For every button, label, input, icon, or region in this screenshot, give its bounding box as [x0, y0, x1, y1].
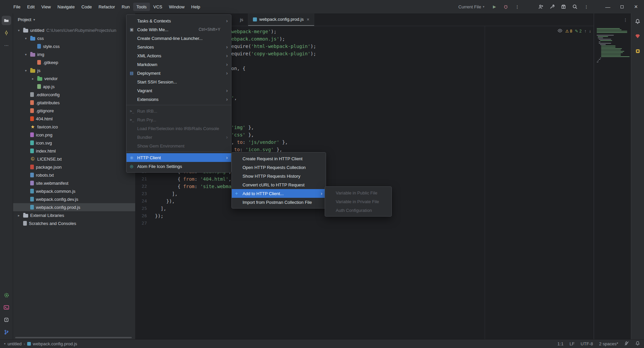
more-tools-icon[interactable]: ⋯ — [2, 41, 11, 50]
menu-item-atom-file-icon-settings[interactable]: ◎Atom File Icon Settings — [126, 162, 231, 171]
tree-item-app-js[interactable]: app.js — [13, 82, 135, 91]
tree-item-vendor[interactable]: ▸vendor — [13, 74, 135, 82]
wrench-icon[interactable] — [549, 3, 555, 10]
editor-tab-active[interactable]: webpack.config.prod.js × — [248, 13, 314, 26]
maximize-button[interactable] — [617, 2, 627, 11]
menubar-item-vcs[interactable]: VCS — [150, 3, 166, 11]
menu-item-create-command-line-launcher[interactable]: Create Command-line Launcher... — [126, 34, 231, 43]
menubar-item-navigate[interactable]: Navigate — [54, 3, 78, 11]
menu-item-import-from-postman-collection-file[interactable]: Import from Postman Collection File — [232, 198, 326, 207]
horizontal-scrollbar[interactable] — [15, 337, 132, 338]
tree-item-webpack-config-dev-js[interactable]: webpack.config.dev.js — [13, 195, 135, 203]
menu-item-services[interactable]: Services› — [126, 43, 231, 51]
tree-item-gitkeep[interactable]: .gitkeep — [13, 58, 135, 66]
menubar-item-run[interactable]: Run — [118, 3, 133, 11]
breadcrumb-file[interactable]: webpack.config.prod.js — [33, 341, 77, 346]
caret-position[interactable]: 1:1 — [557, 341, 564, 346]
close-button[interactable]: × — [631, 2, 641, 11]
menubar-item-view[interactable]: View — [38, 3, 54, 11]
tree-item-img[interactable]: ▾img — [13, 50, 135, 58]
tree-item-webpack-config-prod-js[interactable]: webpack.config.prod.js — [13, 203, 135, 211]
menubar-item-code[interactable]: Code — [78, 3, 95, 11]
commit-tool-button[interactable] — [2, 28, 11, 38]
more-run-actions-icon[interactable]: ⋮ — [514, 3, 521, 10]
chevron-right-icon[interactable]: ▸ — [31, 77, 35, 80]
file-encoding[interactable]: UTF-8 — [581, 341, 593, 346]
menubar-item-tools[interactable]: Tools — [133, 3, 150, 11]
menu-item-tasks-contexts[interactable]: Tasks & Contexts› — [126, 16, 231, 25]
tree-item-untitled[interactable]: ▾untitledC:\Users\User\RubymineProjects\… — [13, 26, 135, 34]
breadcrumb-project[interactable]: untitled — [8, 341, 22, 346]
warnings-indicator[interactable]: ⚠ 8 — [565, 29, 572, 34]
menu-item-vagrant[interactable]: Vagrant› — [126, 86, 231, 95]
menubar-item-file[interactable]: File — [10, 3, 24, 11]
menu-item-start-ssh-session[interactable]: Start SSH Session... — [126, 77, 231, 86]
git-branch-icon[interactable] — [2, 328, 11, 337]
search-icon[interactable] — [572, 3, 578, 10]
menu-item-convert-curl-to-http-request[interactable]: Convert cURL to HTTP Request — [232, 180, 326, 189]
tree-item-icon-png[interactable]: icon.png — [13, 131, 135, 139]
menu-item-http-client[interactable]: ◉HTTP Client› — [126, 153, 231, 162]
run-button[interactable]: ▶ — [491, 3, 498, 10]
project-tool-button[interactable] — [2, 16, 11, 25]
settings-gear-icon[interactable] — [2, 290, 11, 300]
tree-item-index-html[interactable]: index.html — [13, 147, 135, 155]
menu-item-xml-actions[interactable]: XML Actions› — [126, 51, 231, 60]
tree-item-site-webmanifest[interactable]: site.webmanifest — [13, 179, 135, 187]
menubar-item-window[interactable]: Window — [166, 3, 188, 11]
menubar-item-help[interactable]: Help — [188, 3, 204, 11]
tree-item-gitignore[interactable]: .gitignore — [13, 107, 135, 115]
code-minimap[interactable] — [594, 26, 631, 66]
collaborate-icon[interactable] — [537, 3, 544, 10]
menu-item-create-request-in-http-client[interactable]: Create Request in HTTP Client — [232, 154, 326, 163]
tree-item-css[interactable]: ▾css — [13, 34, 135, 42]
tree-item-gitattributes[interactable]: .gitattributes — [13, 99, 135, 107]
kebab-menu-icon[interactable]: ⋮ — [583, 3, 590, 10]
minimize-button[interactable]: — — [603, 2, 612, 11]
run-config-selector[interactable]: Current File ▾ — [457, 3, 486, 10]
package-icon[interactable] — [560, 3, 567, 10]
menubar-item-refactor[interactable]: Refactor — [95, 3, 118, 11]
menu-item-show-http-requests-history[interactable]: Show HTTP Requests History — [232, 172, 326, 180]
menu-item-add-to-http-client[interactable]: +Add to HTTP Client...› — [232, 189, 326, 198]
tree-item-package-json[interactable]: package.json — [13, 163, 135, 171]
chevron-down-icon[interactable]: ▾ — [23, 37, 28, 40]
line-separator[interactable]: LF — [570, 341, 575, 346]
plugin-icon[interactable] — [633, 46, 642, 56]
indent-setting[interactable]: 2 spaces* — [599, 341, 618, 346]
next-problem-icon[interactable]: ↓ — [589, 29, 591, 34]
tree-item-js[interactable]: ▾js — [13, 66, 135, 74]
close-tab-icon[interactable]: × — [307, 17, 309, 22]
tree-item-robots-txt[interactable]: robots.txt — [13, 171, 135, 179]
notifications-bell-icon[interactable] — [633, 17, 642, 26]
tree-item-style-css[interactable]: style.css — [13, 42, 135, 50]
tree-item-webpack-common-js[interactable]: webpack.common.js — [13, 187, 135, 195]
menubar-item-edit[interactable]: Edit — [24, 3, 38, 11]
chevron-down-icon[interactable]: ▾ — [23, 53, 28, 56]
tab-options-icon[interactable]: ⋮ — [623, 17, 628, 22]
menu-item-extensions[interactable]: Extensions› — [126, 95, 231, 104]
menu-item-open-http-requests-collection[interactable]: Open HTTP Requests Collection — [232, 163, 326, 172]
chevron-right-icon[interactable]: ▸ — [16, 214, 21, 217]
ruby-gem-icon[interactable] — [633, 32, 642, 41]
typos-indicator[interactable]: ✎ 2 — [575, 29, 582, 34]
tree-item-external-libraries[interactable]: ▸External Libraries — [13, 211, 135, 219]
eye-icon[interactable] — [557, 28, 562, 34]
project-panel-header[interactable]: Project ▾ — [13, 13, 135, 25]
inspections-widget[interactable]: ⚠ 8 ✎ 2 ↑ ↓ — [557, 28, 591, 34]
chevron-down-icon[interactable]: ▾ — [16, 28, 21, 32]
tree-item-404-html[interactable]: 404.html — [13, 115, 135, 123]
bell-icon[interactable] — [635, 341, 640, 347]
tree-item-license-txt[interactable]: ©LICENSE.txt — [13, 155, 135, 163]
debug-button[interactable] — [502, 3, 509, 10]
tree-item-icon-svg[interactable]: icon.svg — [13, 139, 135, 147]
prev-problem-icon[interactable]: ↑ — [584, 29, 586, 34]
tree-item-editorconfig[interactable]: .editorconfig — [13, 91, 135, 99]
tree-item-scratches-and-consoles[interactable]: Scratches and Consoles — [13, 219, 135, 227]
services-icon[interactable] — [2, 315, 11, 325]
menu-item-markdown[interactable]: Markdown› — [126, 60, 231, 69]
terminal-icon[interactable] — [2, 303, 11, 312]
chevron-down-icon[interactable]: ▾ — [23, 69, 28, 72]
menu-item-deployment[interactable]: ▤Deployment› — [126, 69, 231, 77]
hammer-slash-icon[interactable] — [624, 341, 629, 347]
